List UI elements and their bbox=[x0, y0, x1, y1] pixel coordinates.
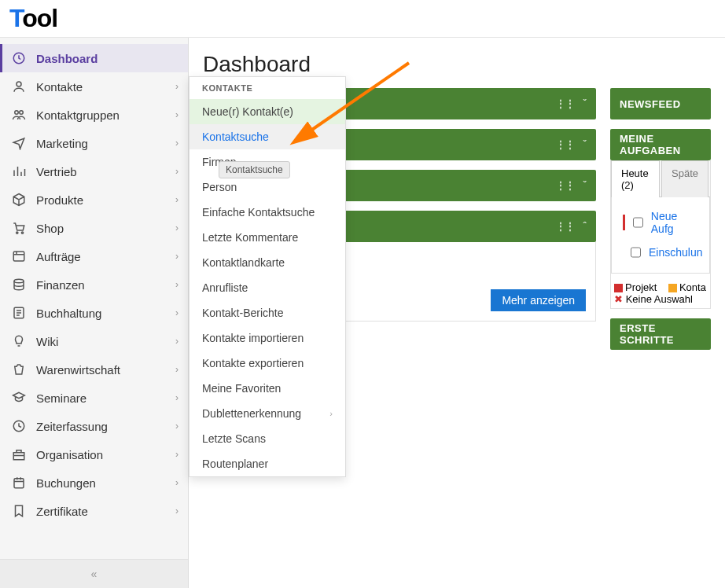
submenu-label: Kontakte importieren bbox=[202, 332, 304, 344]
tasks-legend: Projekt Konta ✖ Keine Auswahl bbox=[611, 274, 710, 308]
chevron-right-icon: › bbox=[175, 166, 178, 177]
sidebar-icon bbox=[11, 107, 27, 123]
sidebar-label: Zertifikate bbox=[36, 505, 88, 518]
sidebar-item-seminare[interactable]: Seminare› bbox=[0, 384, 188, 412]
collapse-icon[interactable]: ˇ bbox=[583, 139, 587, 150]
logo: Tool bbox=[9, 4, 57, 33]
sidebar-item-wiki[interactable]: Wiki› bbox=[0, 327, 188, 355]
svg-point-4 bbox=[17, 232, 18, 233]
sidebar-item-kontakte[interactable]: Kontakte› bbox=[0, 72, 188, 101]
chevron-right-icon: › bbox=[175, 392, 178, 403]
tasks-list: Neue AufgEinschulun bbox=[611, 197, 710, 274]
submenu-item[interactable]: Anrufliste bbox=[190, 275, 345, 300]
submenu-item[interactable]: Letzte Scans bbox=[190, 426, 345, 451]
sidebar-item-shop[interactable]: Shop› bbox=[0, 214, 188, 242]
sidebar-label: Organisation bbox=[36, 448, 103, 461]
sidebar-label: Kontaktgruppen bbox=[36, 108, 120, 122]
tooltip: Kontaktsuche bbox=[219, 161, 290, 178]
chevron-right-icon: › bbox=[175, 109, 178, 120]
sidebar-label: Aufträge bbox=[36, 250, 81, 263]
sidebar-collapse[interactable]: « bbox=[0, 559, 188, 588]
submenu-label: Anrufliste bbox=[202, 281, 248, 294]
submenu-item[interactable]: Kontakt-Berichte bbox=[190, 300, 345, 325]
submenu-title: KONTAKTE bbox=[190, 77, 345, 99]
submenu-item[interactable]: Kontakte exportieren bbox=[190, 351, 345, 376]
widget-header[interactable]: NEWSFEED bbox=[610, 88, 711, 119]
sidebar-label: Wiki bbox=[36, 335, 58, 348]
sidebar-item-produkte[interactable]: Produkte› bbox=[0, 186, 188, 214]
tab-later[interactable]: Späte bbox=[661, 160, 708, 197]
sidebar-icon bbox=[11, 362, 27, 377]
sidebar-icon bbox=[11, 220, 27, 236]
sidebar-item-buchungen[interactable]: Buchungen› bbox=[0, 469, 188, 497]
submenu-item[interactable]: Dublettenerkennung› bbox=[190, 401, 345, 426]
sidebar-item-kontaktgruppen[interactable]: Kontaktgruppen› bbox=[0, 101, 188, 129]
submenu-item[interactable]: Neue(r) Kontakt(e) bbox=[190, 99, 345, 124]
sidebar-label: Vertrieb bbox=[36, 165, 77, 178]
right-column: NEWSFEED MEINE AUFGABEN Heute (2) Späte … bbox=[610, 88, 711, 359]
drag-handle-icon[interactable]: ⋮⋮ bbox=[556, 221, 576, 232]
sidebar-label: Zeiterfassung bbox=[36, 420, 108, 433]
task-link[interactable]: Einschulun bbox=[649, 246, 703, 259]
submenu-item[interactable]: Letzte Kommentare bbox=[190, 225, 345, 250]
sidebar-label: Kontakte bbox=[36, 80, 83, 94]
submenu-label: Kontaktlandkarte bbox=[202, 256, 285, 269]
newsfeed-widget: NEWSFEED bbox=[610, 88, 711, 119]
legend-label: Keine Auswahl bbox=[626, 293, 693, 305]
submenu-item[interactable]: Kontaktlandkarte bbox=[190, 250, 345, 275]
submenu-item[interactable]: Meine Favoriten bbox=[190, 376, 345, 401]
collapse-icon[interactable]: ˆ bbox=[583, 221, 587, 232]
drag-handle-icon[interactable]: ⋮⋮ bbox=[556, 180, 576, 191]
sidebar-icon bbox=[11, 192, 27, 208]
sidebar-item-marketing[interactable]: Marketing› bbox=[0, 129, 188, 157]
sidebar-item-warenwirtschaft[interactable]: Warenwirtschaft› bbox=[0, 355, 188, 384]
submenu-item[interactable]: Kontaktsuche bbox=[190, 124, 345, 149]
svg-point-2 bbox=[15, 111, 19, 115]
sidebar-item-aufträge[interactable]: Aufträge› bbox=[0, 242, 188, 270]
svg-point-7 bbox=[14, 279, 24, 283]
widget-title: ERSTE SCHRITTE bbox=[620, 322, 701, 346]
sidebar-icon bbox=[11, 248, 27, 264]
task-link[interactable]: Neue Aufg bbox=[651, 210, 698, 235]
submenu-label: Einfache Kontaktsuche bbox=[202, 206, 315, 219]
drag-handle-icon[interactable]: ⋮⋮ bbox=[556, 139, 576, 150]
close-icon: ✖ bbox=[614, 293, 623, 305]
chevron-right-icon: › bbox=[175, 81, 178, 92]
submenu-item[interactable]: Routenplaner bbox=[190, 451, 345, 476]
sidebar-icon bbox=[11, 475, 27, 491]
sidebar-item-organisation[interactable]: Organisation› bbox=[0, 440, 188, 469]
chevron-right-icon: › bbox=[175, 336, 178, 347]
tab-today[interactable]: Heute (2) bbox=[611, 160, 660, 197]
submenu-item[interactable]: Kontakte importieren bbox=[190, 325, 345, 351]
sidebar-icon bbox=[11, 447, 27, 462]
sidebar-icon bbox=[11, 79, 27, 94]
collapse-icon[interactable]: ˇ bbox=[583, 180, 587, 191]
collapse-icon[interactable]: ˇ bbox=[583, 98, 587, 109]
widget-header[interactable]: MEINE AUFGABEN bbox=[610, 129, 711, 160]
sidebar-label: Shop bbox=[36, 222, 64, 235]
sidebar-item-vertrieb[interactable]: Vertrieb› bbox=[0, 157, 188, 186]
sidebar-label: Seminare bbox=[36, 391, 86, 405]
chevron-right-icon: › bbox=[175, 222, 178, 233]
sidebar-item-zeiterfassung[interactable]: Zeiterfassung› bbox=[0, 412, 188, 440]
svg-point-5 bbox=[21, 232, 23, 233]
sidebar-item-dashboard[interactable]: Dashboard bbox=[0, 44, 188, 72]
task-checkbox[interactable] bbox=[631, 247, 641, 258]
svg-rect-6 bbox=[13, 252, 24, 261]
submenu-item[interactable]: Einfache Kontaktsuche bbox=[190, 200, 345, 225]
chevron-right-icon: › bbox=[175, 477, 178, 488]
sidebar-item-finanzen[interactable]: Finanzen› bbox=[0, 270, 188, 299]
task-row: Einschulun bbox=[620, 240, 701, 265]
chevron-right-icon: › bbox=[175, 194, 178, 205]
chevron-right-icon: › bbox=[175, 279, 178, 290]
show-more-button[interactable]: Mehr anzeigen bbox=[491, 289, 586, 311]
legend-label: Projekt bbox=[625, 281, 657, 293]
chevron-right-icon: › bbox=[175, 138, 178, 149]
widget-header[interactable]: ERSTE SCHRITTE bbox=[610, 318, 711, 350]
drag-handle-icon[interactable]: ⋮⋮ bbox=[556, 98, 576, 109]
sidebar-item-zertifikate[interactable]: Zertifikate› bbox=[0, 497, 188, 525]
task-checkbox[interactable] bbox=[633, 217, 643, 228]
widget-title: MEINE AUFGABEN bbox=[620, 133, 701, 156]
submenu-label: Routenplaner bbox=[202, 458, 268, 470]
sidebar-item-buchhaltung[interactable]: Buchhaltung› bbox=[0, 299, 188, 327]
